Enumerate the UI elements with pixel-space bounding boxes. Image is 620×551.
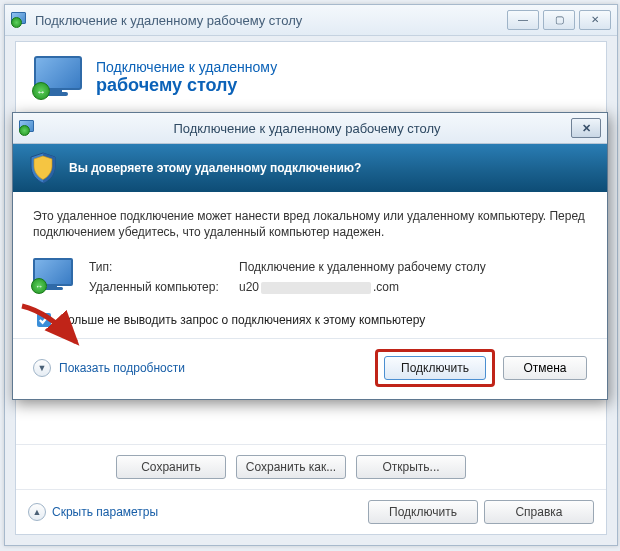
chevron-up-icon[interactable]: ▲ xyxy=(28,503,46,521)
save-as-button[interactable]: Сохранить как... xyxy=(236,455,346,479)
info-grid: Тип: Подключение к удаленному рабочему с… xyxy=(89,260,587,300)
show-details-link[interactable]: Показать подробности xyxy=(59,361,185,375)
type-label: Тип: xyxy=(89,260,239,274)
dialog-footer: ▼ Показать подробности Подключить Отмена xyxy=(33,349,587,387)
dialog-body: Это удаленное подключение может нанести … xyxy=(13,192,607,399)
host-prefix: u20 xyxy=(239,280,259,294)
dont-ask-row: Больше не выводить запрос о подключениях… xyxy=(33,310,587,330)
dialog-app-icon xyxy=(19,120,35,136)
type-value: Подключение к удаленному рабочему столу xyxy=(239,260,486,274)
host-value: u20.com xyxy=(239,280,399,294)
mini-monitor-icon: ↔ xyxy=(33,258,73,294)
open-button[interactable]: Открыть... xyxy=(356,455,466,479)
host-redacted xyxy=(261,282,371,294)
host-suffix: .com xyxy=(373,280,399,294)
hide-params-link[interactable]: Скрыть параметры xyxy=(52,505,158,519)
close-button[interactable]: ✕ xyxy=(579,10,611,30)
shield-icon xyxy=(29,152,57,184)
main-bottom-area: Сохранить Сохранить как... Открыть... ▲ … xyxy=(16,444,606,534)
minimize-button[interactable]: — xyxy=(507,10,539,30)
cancel-button[interactable]: Отмена xyxy=(503,356,587,380)
brand-text: Подключение к удаленному рабочему столу xyxy=(96,59,277,96)
trust-banner: Вы доверяете этому удаленному подключени… xyxy=(13,144,607,192)
brand-line2: рабочему столу xyxy=(96,75,277,96)
dont-ask-label[interactable]: Больше не выводить запрос о подключениях… xyxy=(60,313,425,327)
connection-badge-icon: ↔ xyxy=(32,82,50,100)
connect-button[interactable]: Подключить xyxy=(384,356,486,380)
host-label: Удаленный компьютер: xyxy=(89,280,239,294)
main-window-title: Подключение к удаленному рабочему столу xyxy=(35,13,507,28)
brand-header: ↔ Подключение к удаленному рабочему стол… xyxy=(16,42,606,113)
dont-ask-checkbox[interactable] xyxy=(37,313,51,327)
footer-connect-button[interactable]: Подключить xyxy=(368,500,478,524)
footer-help-button[interactable]: Справка xyxy=(484,500,594,524)
app-icon xyxy=(11,12,27,28)
settings-button-row: Сохранить Сохранить как... Открыть... xyxy=(16,444,606,489)
brand-line1: Подключение к удаленному xyxy=(96,59,277,75)
connect-highlight: Подключить xyxy=(375,349,495,387)
dialog-close-button[interactable]: ✕ xyxy=(571,118,601,138)
dialog-title: Подключение к удаленному рабочему столу xyxy=(43,121,571,136)
connection-info: ↔ Тип: Подключение к удаленному рабочему… xyxy=(33,258,587,300)
banner-text: Вы доверяете этому удаленному подключени… xyxy=(69,161,361,175)
save-button[interactable]: Сохранить xyxy=(116,455,226,479)
connection-badge-icon: ↔ xyxy=(31,278,47,294)
window-controls: — ▢ ✕ xyxy=(507,10,611,30)
monitor-icon: ↔ xyxy=(34,56,82,98)
dialog-separator xyxy=(13,338,607,339)
main-titlebar: Подключение к удаленному рабочему столу … xyxy=(5,5,617,36)
main-footer: ▲ Скрыть параметры Подключить Справка xyxy=(16,489,606,534)
warning-text: Это удаленное подключение может нанести … xyxy=(33,208,587,240)
trust-dialog: Подключение к удаленному рабочему столу … xyxy=(12,112,608,400)
chevron-down-icon[interactable]: ▼ xyxy=(33,359,51,377)
dialog-titlebar: Подключение к удаленному рабочему столу … xyxy=(13,113,607,144)
maximize-button[interactable]: ▢ xyxy=(543,10,575,30)
